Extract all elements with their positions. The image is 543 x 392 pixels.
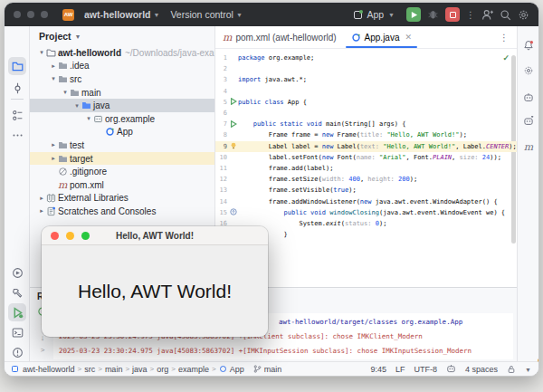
code-line-7[interactable]: 7 public static void main(String[] args)…	[215, 119, 517, 129]
file-encoding[interactable]: UTF-8	[414, 365, 438, 374]
ai-assistant-icon[interactable]	[520, 90, 537, 106]
build-hammer-icon[interactable]	[8, 283, 26, 301]
tree-item-target[interactable]: ▸target	[30, 152, 214, 166]
code-line-1[interactable]: 1package org.example;	[215, 53, 517, 63]
ai-assistant-icon[interactable]	[446, 364, 456, 374]
ai-chat-icon[interactable]	[520, 113, 537, 129]
code-line-4[interactable]: 4	[215, 86, 517, 97]
breadcrumb-item[interactable]: example	[178, 365, 209, 374]
structure-icon[interactable]	[8, 106, 26, 124]
services-icon[interactable]	[8, 263, 26, 282]
commit-icon[interactable]	[8, 79, 26, 97]
vcs-menu[interactable]: Version control ▼	[165, 9, 247, 20]
maven-icon[interactable]: m	[520, 139, 537, 155]
breadcrumb-item[interactable]: org	[157, 365, 168, 374]
debug-button[interactable]	[427, 8, 439, 22]
problems-icon[interactable]	[8, 343, 26, 361]
code-line-9[interactable]: 9 Label label = new Label(text: "Hello, …	[215, 141, 517, 152]
tree-item-org-example[interactable]: ▾org.example	[30, 112, 214, 126]
code-line-10[interactable]: 10 label.setFont(new Font(name: "Arial",…	[215, 152, 517, 163]
awt-hello-window[interactable]: Hello, AWT World! Hello, AWT World!	[42, 226, 268, 337]
awt-window-titlebar[interactable]: Hello, AWT World!	[42, 226, 268, 245]
close-tab-icon[interactable]: ✕	[405, 33, 413, 42]
notifications-bell-icon[interactable]	[520, 37, 537, 53]
chevron-right-icon[interactable]: ▸	[37, 195, 46, 202]
folder-icon	[58, 140, 70, 150]
code-line-11[interactable]: 11 frame.add(label);	[215, 163, 517, 174]
breadcrumb-item[interactable]: awt-helloworld	[23, 365, 75, 374]
run-gutter-icon[interactable]	[230, 120, 238, 129]
code-line-8[interactable]: 8 Frame frame = new Frame(title: "Hello,…	[215, 129, 517, 140]
tree-item-app[interactable]: App	[30, 126, 214, 139]
gear-icon[interactable]	[520, 62, 537, 79]
code-line-5[interactable]: 5public class App {	[215, 97, 517, 108]
override-gutter-icon[interactable]	[230, 208, 238, 216]
run-configuration-selector[interactable]: App ▼	[348, 9, 400, 20]
chevron-down-icon[interactable]: ▾	[72, 102, 81, 110]
indent-setting[interactable]: 4 spaces	[465, 365, 498, 374]
run-gutter-icon[interactable]	[230, 98, 238, 106]
line-ending[interactable]: LF	[395, 365, 405, 374]
settings-gear-icon[interactable]	[518, 9, 529, 21]
tab-pom-xml[interactable]: mpom.xml (awt-helloworld)	[215, 26, 344, 48]
chevron-down-icon[interactable]: ▾	[61, 89, 70, 96]
maximize-window-button[interactable]	[41, 11, 48, 18]
chevron-down-icon[interactable]: ▼	[75, 33, 81, 40]
tree-item-external-libraries[interactable]: ▸External Libraries	[30, 192, 214, 206]
tree-item-src[interactable]: ▾src	[30, 72, 214, 86]
terminal-icon[interactable]	[8, 323, 26, 341]
right-activity-bar: m	[517, 26, 538, 361]
breadcrumb-item[interactable]: App	[230, 365, 244, 374]
chevron-right-icon[interactable]: >	[41, 346, 45, 354]
chevron-down-icon[interactable]: ▾	[49, 75, 58, 82]
chevron-right-icon[interactable]: ▸	[49, 155, 58, 162]
tree-item-pom-xml[interactable]: mpom.xml	[30, 178, 214, 192]
code-line-2[interactable]: 2	[215, 63, 517, 74]
lock-icon[interactable]	[507, 365, 516, 374]
tree-item--gitignore[interactable]: .gitignore	[30, 165, 214, 178]
tree-item-scratches-and-consoles[interactable]: ▸Scratches and Consoles	[30, 205, 214, 218]
bulb-gutter-icon[interactable]	[230, 142, 238, 150]
chevron-right-icon[interactable]: ▸	[49, 62, 58, 70]
breadcrumb-item[interactable]: main	[105, 365, 123, 374]
code-line-3[interactable]: 3import java.awt.*;	[215, 74, 517, 85]
add-user-icon[interactable]	[481, 9, 493, 21]
notifications-chevron[interactable]: ▼	[525, 365, 531, 374]
editor-options-menu[interactable]: ⋮	[491, 26, 517, 48]
project-menu[interactable]: awt-helloworld ▼	[79, 9, 165, 20]
close-window-button[interactable]	[14, 11, 21, 18]
minimize-window-button[interactable]	[27, 11, 34, 18]
more-actions-menu[interactable]: ⋮	[466, 10, 475, 20]
code-text: frame.setSize(width: 400, height: 200);	[238, 176, 417, 183]
inspections-ok-icon[interactable]: ✓	[502, 53, 510, 62]
tree-item-awt-helloworld[interactable]: ▾awt-helloworld~/Downloads/java-examples…	[30, 46, 214, 60]
run-tool-icon[interactable]	[8, 303, 26, 321]
line-number: 12	[215, 176, 227, 183]
code-line-15[interactable]: 15 public void windowClosing(java.awt.ev…	[215, 207, 517, 218]
breadcrumb-item[interactable]: java	[132, 365, 148, 374]
chevron-down-icon[interactable]: ▾	[37, 49, 46, 56]
code-line-6[interactable]: 6	[215, 108, 517, 119]
chevron-right-icon[interactable]: ▸	[37, 207, 46, 215]
breadcrumb-item[interactable]: src	[84, 365, 95, 374]
chevron-right-icon[interactable]: ▸	[49, 141, 58, 148]
run-button[interactable]	[406, 7, 421, 22]
tree-item-test[interactable]: ▸test	[30, 139, 214, 152]
search-icon[interactable]	[500, 9, 511, 21]
more-tools-icon[interactable]	[8, 126, 26, 144]
stop-button[interactable]	[445, 7, 460, 22]
code-line-12[interactable]: 12 frame.setSize(width: 400, height: 200…	[215, 174, 517, 185]
caret-position[interactable]: 9:45	[370, 365, 386, 374]
git-branch-widget[interactable]: main	[253, 365, 282, 374]
chevron-down-icon[interactable]: ▾	[84, 115, 93, 122]
tree-item-main[interactable]: ▾main	[30, 86, 214, 100]
project-folder-icon[interactable]	[8, 57, 26, 75]
code-line-13[interactable]: 13 frame.setVisible(true);	[215, 185, 517, 196]
tree-item-java[interactable]: ▾java	[30, 99, 214, 112]
tab-app-java[interactable]: App.java✕	[344, 26, 419, 48]
class-icon	[105, 127, 117, 137]
line-number: 15	[215, 209, 227, 216]
chevron-down-icon: ▼	[388, 12, 395, 18]
code-line-14[interactable]: 14 frame.addWindowListener(new java.awt.…	[215, 196, 517, 207]
tree-item--idea[interactable]: ▸.idea	[30, 60, 214, 73]
